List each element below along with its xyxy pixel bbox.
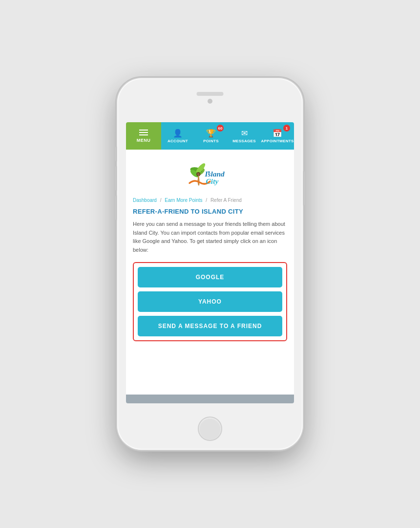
footer-bar (126, 395, 294, 403)
send-message-button[interactable]: SEND A MESSAGE TO A FRIEND (138, 316, 282, 336)
phone-home-button[interactable] (198, 417, 222, 441)
island-city-logo: Island City (176, 157, 244, 192)
points-icon: 🏆 (206, 129, 216, 138)
phone-side-button-vol-up (115, 166, 117, 191)
page-title: REFER-A-FRIEND TO ISLAND CITY (133, 208, 287, 215)
appointments-icon: 📅 (273, 129, 282, 138)
svg-text:City: City (206, 177, 219, 185)
google-button[interactable]: GOOGLE (138, 267, 282, 287)
account-icon: 👤 (173, 129, 183, 138)
nav-items: 👤 ACCOUNT 60 🏆 POINTS ✉ MESSAGES 1 📅 APP… (161, 122, 294, 150)
appointments-label: APPOINTMENTS (261, 139, 294, 143)
phone-side-button-top (115, 147, 117, 161)
hamburger-icon (139, 130, 148, 135)
breadcrumb: Dashboard / Earn More Points / Refer A F… (133, 198, 287, 203)
breadcrumb-sep-1: / (160, 198, 162, 203)
menu-label: MENU (137, 138, 151, 143)
breadcrumb-earn-more-points[interactable]: Earn More Points (165, 198, 202, 203)
phone-device: MENU 👤 ACCOUNT 60 🏆 POINTS ✉ MESSAGES (117, 78, 303, 450)
breadcrumb-current: Refer A Friend (210, 198, 242, 203)
points-badge: 60 (217, 125, 224, 132)
logo-area: Island City (133, 157, 287, 192)
messages-label: MESSAGES (232, 139, 256, 143)
messages-icon: ✉ (241, 129, 248, 138)
breadcrumb-dashboard[interactable]: Dashboard (133, 198, 157, 203)
breadcrumb-sep-2: / (206, 198, 207, 203)
points-label: POINTS (203, 139, 219, 143)
nav-item-messages[interactable]: ✉ MESSAGES (228, 122, 261, 150)
phone-camera (208, 99, 212, 104)
phone-side-button-power (303, 171, 305, 205)
buttons-container: GOOGLE YAHOO SEND A MESSAGE TO A FRIEND (133, 262, 287, 341)
appointments-badge: 1 (283, 125, 290, 132)
menu-button[interactable]: MENU (126, 122, 161, 150)
nav-item-appointments[interactable]: 1 📅 APPOINTMENTS (261, 122, 294, 150)
phone-side-button-vol-down (115, 196, 117, 220)
content-area: Island City Dashboard / Earn More Points… (126, 150, 294, 395)
svg-text:Island: Island (205, 170, 225, 178)
nav-item-points[interactable]: 60 🏆 POINTS (194, 122, 228, 150)
svg-point-8 (208, 171, 210, 173)
nav-item-account[interactable]: 👤 ACCOUNT (161, 122, 194, 150)
yahoo-button[interactable]: YAHOO (138, 291, 282, 312)
phone-screen: MENU 👤 ACCOUNT 60 🏆 POINTS ✉ MESSAGES (126, 122, 294, 403)
account-label: ACCOUNT (168, 139, 188, 143)
phone-speaker (197, 92, 224, 96)
description-text: Here you can send a message to your frie… (133, 220, 287, 254)
nav-bar: MENU 👤 ACCOUNT 60 🏆 POINTS ✉ MESSAGES (126, 122, 294, 150)
svg-point-5 (197, 173, 200, 176)
